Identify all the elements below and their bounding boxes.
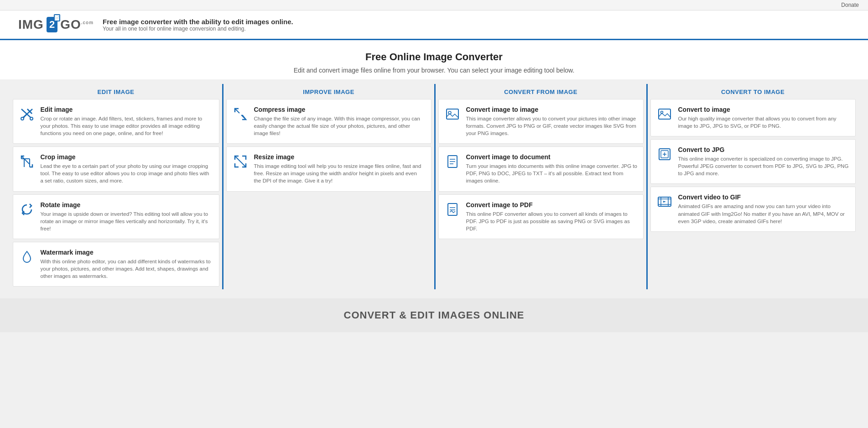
svg-rect-15 — [447, 109, 458, 119]
tool-watermark-image[interactable]: Watermark image With this online photo e… — [13, 242, 219, 287]
tool-name: Convert image to document — [466, 153, 638, 161]
convert-to-jpg-icon — [656, 146, 673, 162]
crop-image-icon — [19, 153, 35, 170]
edit-image-icon — [19, 106, 35, 122]
tool-convert-image-to-image-info: Convert image to image This image conver… — [466, 106, 638, 137]
doc-icon: 📄 — [54, 14, 60, 21]
tool-convert-to-image-info: Convert to image Our high quality image … — [678, 106, 850, 130]
tool-name: Edit image — [41, 106, 213, 113]
tool-convert-image-to-doc-info: Convert image to document Turn your imag… — [466, 153, 638, 184]
tool-convert-image-to-image[interactable]: Convert image to image This image conver… — [438, 99, 644, 144]
tool-edit-image-info: Edit image Crop or rotate an image. Add … — [41, 106, 213, 137]
tool-convert-video-to-gif[interactable]: Convert video to GIF Animated GIFs are a… — [650, 187, 856, 231]
hero-subtitle: Edit and convert image files online from… — [9, 67, 859, 74]
tagline-main: Free image converter with the ability to… — [103, 18, 293, 26]
tool-desc: This online image converter is specializ… — [678, 155, 850, 177]
hero-title: Free Online Image Converter — [9, 51, 859, 63]
header: IMG 2 📄 GO.com Free image converter with… — [0, 10, 868, 40]
tool-desc: Turn your images into documents with thi… — [466, 162, 638, 184]
main-content: EDIT IMAGE Edit — [0, 79, 868, 298]
tool-crop-image[interactable]: Crop image Lead the eye to a certain par… — [13, 146, 219, 191]
tool-convert-video-to-gif-info: Convert video to GIF Animated GIFs are a… — [678, 193, 850, 224]
tool-convert-image-to-pdf[interactable]: Convert image to PDF This online PDF con… — [438, 194, 644, 239]
column-convert-from: CONVERT FROM IMAGE Convert image to imag… — [434, 84, 646, 289]
column-header-convert-to: CONVERT TO IMAGE — [650, 84, 856, 99]
column-header-improve: IMPROVE IMAGE — [226, 84, 431, 99]
svg-line-8 — [21, 156, 30, 164]
svg-point-6 — [21, 117, 24, 120]
hero-section: Free Online Image Converter Edit and con… — [0, 40, 868, 79]
rotate-image-icon — [19, 201, 35, 218]
compress-image-icon — [232, 106, 249, 122]
svg-line-13 — [241, 115, 246, 120]
convert-video-to-gif-icon — [656, 193, 673, 210]
tool-name: Convert image to PDF — [466, 201, 638, 209]
svg-line-14 — [235, 156, 246, 167]
tool-desc: Our high quality image converter that al… — [678, 115, 850, 130]
columns-wrapper: EDIT IMAGE Edit — [10, 84, 858, 289]
tool-desc: Animated GIFs are amazing and now you ca… — [678, 203, 850, 224]
svg-marker-35 — [663, 201, 666, 203]
svg-rect-21 — [448, 204, 457, 215]
tool-name: Resize image — [254, 153, 426, 161]
column-header-edit: EDIT IMAGE — [13, 84, 219, 99]
tool-name: Convert to JPG — [678, 146, 850, 153]
tool-desc: Your image is upside down or inverted? T… — [41, 210, 213, 232]
svg-line-12 — [235, 109, 239, 113]
column-convert-to: CONVERT TO IMAGE Convert to image Our hi… — [646, 84, 858, 289]
logo-box: 2 📄 — [47, 17, 57, 32]
tool-convert-image-to-doc[interactable]: Convert image to document Turn your imag… — [438, 146, 644, 191]
tool-compress-image[interactable]: Compress image Change the file size of a… — [226, 99, 431, 144]
tagline-sub: Your all in one tool for online image co… — [103, 26, 293, 32]
tool-convert-to-jpg[interactable]: Convert to JPG This online image convert… — [650, 139, 856, 184]
svg-point-7 — [30, 117, 33, 120]
tool-name: Convert video to GIF — [678, 193, 850, 201]
convert-to-image-icon — [656, 106, 673, 122]
tool-resize-image-info: Resize image This image editing tool wil… — [254, 153, 426, 184]
top-bar: Donate — [0, 0, 868, 10]
tool-name: Compress image — [254, 106, 426, 113]
logo[interactable]: IMG 2 📄 GO.com — [18, 17, 94, 32]
logo-go-text: GO.com — [60, 17, 94, 32]
tool-rotate-image[interactable]: Rotate image Your image is upside down o… — [13, 194, 219, 239]
tool-rotate-image-info: Rotate image Your image is upside down o… — [41, 201, 213, 232]
convert-image-to-doc-icon — [444, 153, 461, 170]
bottom-banner: CONVERT & EDIT IMAGES ONLINE — [0, 298, 868, 332]
tool-convert-to-jpg-info: Convert to JPG This online image convert… — [678, 146, 850, 177]
tool-desc: This online PDF converter allows you to … — [466, 210, 638, 232]
tool-name: Watermark image — [41, 249, 213, 256]
tool-desc: With this online photo editor, you can a… — [41, 258, 213, 280]
watermark-image-icon — [19, 249, 35, 265]
resize-image-icon — [232, 153, 249, 170]
column-header-convert-from: CONVERT FROM IMAGE — [438, 84, 644, 99]
tool-resize-image[interactable]: Resize image This image editing tool wil… — [226, 146, 431, 191]
tool-edit-image[interactable]: Edit image Crop or rotate an image. Add … — [13, 99, 219, 144]
tool-desc: Crop or rotate an image. Add filters, te… — [41, 115, 213, 137]
convert-image-to-image-icon — [444, 106, 461, 122]
tool-compress-image-info: Compress image Change the file size of a… — [254, 106, 426, 137]
tool-name: Convert image to image — [466, 106, 638, 113]
tool-crop-image-info: Crop image Lead the eye to a certain par… — [41, 153, 213, 184]
convert-image-to-pdf-icon — [444, 201, 461, 218]
tool-convert-to-image[interactable]: Convert to image Our high quality image … — [650, 99, 856, 136]
header-tagline: Free image converter with the ability to… — [103, 18, 293, 32]
tool-watermark-image-info: Watermark image With this online photo e… — [41, 249, 213, 280]
logo-img-text: IMG — [18, 17, 44, 32]
column-edit: EDIT IMAGE Edit — [10, 84, 222, 289]
logo-com: .com — [81, 20, 94, 25]
donate-link[interactable]: Donate — [841, 2, 859, 8]
tool-convert-image-to-pdf-info: Convert image to PDF This online PDF con… — [466, 201, 638, 232]
tool-desc: Lead the eye to a certain part of your p… — [41, 162, 213, 184]
tool-name: Crop image — [41, 153, 213, 161]
tool-desc: This image converter allows you to conve… — [466, 115, 638, 137]
bottom-banner-text: CONVERT & EDIT IMAGES ONLINE — [344, 309, 525, 321]
tool-name: Convert to image — [678, 106, 850, 113]
tool-desc: Change the file size of any image. With … — [254, 115, 426, 137]
tool-name: Rotate image — [41, 201, 213, 209]
tool-desc: This image editing tool will help you to… — [254, 162, 426, 184]
column-improve: IMPROVE IMAGE Compress image Change the … — [222, 84, 434, 289]
svg-rect-24 — [659, 109, 670, 119]
